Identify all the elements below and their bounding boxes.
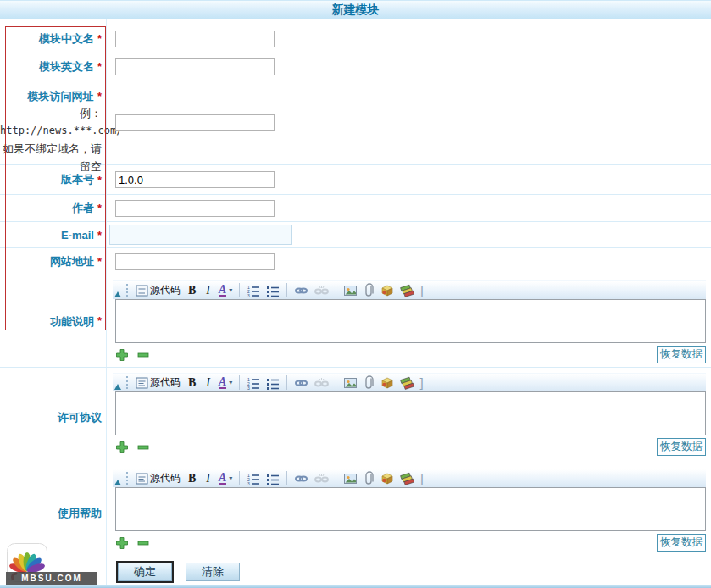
add-row-button[interactable]: [115, 441, 129, 454]
ok-button[interactable]: 确定: [118, 563, 172, 581]
function-desc-editor[interactable]: [115, 299, 706, 343]
unlink-icon: [314, 472, 329, 485]
field-label: 功能说明: [50, 314, 94, 330]
row-email: E-mail *: [0, 222, 711, 248]
numbered-list-icon: 123: [247, 284, 260, 297]
source-code-button[interactable]: 源代码: [134, 374, 182, 391]
numbered-list-button[interactable]: 123: [245, 471, 262, 486]
image-button[interactable]: [342, 375, 359, 391]
minus-icon: [136, 348, 150, 362]
italic-button[interactable]: I: [202, 376, 214, 390]
bullet-list-button[interactable]: [264, 375, 281, 391]
unlink-button[interactable]: [313, 283, 331, 298]
version-input[interactable]: [115, 171, 275, 188]
package-icon: [380, 472, 394, 485]
attachment-icon: [364, 283, 374, 297]
font-color-button[interactable]: A ▾: [217, 283, 234, 297]
row-module-url: 模块访问网址 * 例： http://news.***.com/ 如果不绑定域名…: [0, 80, 711, 165]
remove-row-button[interactable]: [136, 441, 150, 454]
attachment-icon: [364, 375, 374, 390]
link-button[interactable]: [292, 375, 310, 391]
media-icon: [400, 376, 414, 390]
numbered-list-icon: 123: [247, 472, 260, 485]
editor-collapse-icon[interactable]: [114, 384, 121, 390]
restore-data-button[interactable]: 恢复数据: [657, 534, 706, 552]
link-button[interactable]: [292, 283, 310, 298]
chevron-down-icon: ▾: [229, 379, 232, 386]
module-url-input[interactable]: [115, 114, 275, 131]
italic-button[interactable]: I: [202, 472, 214, 485]
text-cursor: [114, 228, 114, 241]
field-label: 网站地址: [50, 254, 94, 269]
toolbar-drag-handle-icon[interactable]: [126, 376, 128, 389]
editor-collapse-icon[interactable]: [114, 480, 121, 485]
add-row-button[interactable]: [115, 536, 129, 550]
bullet-list-button[interactable]: [264, 471, 281, 486]
toolbar-drag-handle-icon[interactable]: [126, 284, 128, 297]
required-marker: *: [97, 202, 102, 214]
clear-button[interactable]: 清除: [186, 563, 240, 581]
svg-text:3: 3: [247, 481, 250, 485]
bullet-list-icon: [266, 472, 280, 485]
image-button[interactable]: [342, 283, 359, 298]
italic-button[interactable]: I: [202, 284, 214, 297]
attachment-button[interactable]: [362, 282, 375, 298]
svg-text:3: 3: [247, 293, 250, 297]
bold-button[interactable]: B: [185, 376, 199, 390]
media-button[interactable]: [398, 471, 416, 486]
license-editor[interactable]: [115, 391, 706, 435]
unlink-button[interactable]: [313, 375, 331, 391]
font-color-button[interactable]: A ▾: [217, 471, 234, 485]
url-example-prefix: 例：: [0, 104, 102, 122]
package-button[interactable]: [378, 375, 396, 391]
restore-data-button[interactable]: 恢复数据: [657, 346, 706, 363]
numbered-list-button[interactable]: 123: [245, 375, 262, 391]
media-icon: [400, 284, 414, 297]
module-en-name-input[interactable]: [115, 58, 275, 75]
source-code-button[interactable]: 源代码: [134, 470, 182, 486]
package-button[interactable]: [378, 471, 396, 486]
required-marker: *: [97, 60, 102, 73]
toolbar-drag-handle-icon[interactable]: [126, 472, 128, 485]
website-input[interactable]: [115, 253, 275, 270]
field-label: 使用帮助: [58, 506, 102, 521]
bullet-list-button[interactable]: [264, 283, 281, 298]
remove-row-button[interactable]: [136, 348, 150, 362]
required-marker: *: [97, 90, 102, 103]
mbsu-logo: MBSU.COM: [5, 543, 98, 587]
font-color-button[interactable]: A ▾: [217, 375, 234, 390]
editor-toolbar: 源代码 B I A ▾ 123: [113, 469, 706, 487]
remove-row-button[interactable]: [136, 536, 150, 550]
help-editor[interactable]: [115, 487, 706, 531]
new-module-page: 新建模块 模块中文名 * 模块英文名 * 模块访问网址 * 例： http://…: [0, 0, 711, 588]
attachment-button[interactable]: [362, 470, 375, 486]
media-button[interactable]: [398, 283, 416, 298]
media-button[interactable]: [398, 375, 416, 391]
row-version: 版本号 *: [0, 165, 711, 195]
unlink-button[interactable]: [313, 471, 331, 486]
module-cn-name-input[interactable]: [115, 31, 275, 47]
attachment-button[interactable]: [362, 374, 375, 391]
link-button[interactable]: [292, 471, 310, 486]
required-marker: *: [97, 174, 102, 186]
row-module-en-name: 模块英文名 *: [0, 53, 711, 80]
author-input[interactable]: [115, 200, 275, 217]
link-icon: [294, 376, 308, 390]
source-code-button[interactable]: 源代码: [134, 282, 182, 298]
required-marker: *: [97, 32, 102, 45]
minus-icon: [136, 536, 150, 550]
field-label: 作者: [72, 201, 94, 216]
media-icon: [400, 472, 414, 485]
restore-data-button[interactable]: 恢复数据: [657, 438, 706, 456]
editor-collapse-icon[interactable]: [114, 291, 121, 297]
bold-button[interactable]: B: [185, 472, 199, 485]
required-marker: *: [97, 255, 102, 268]
bold-button[interactable]: B: [185, 284, 199, 297]
package-button[interactable]: [378, 283, 396, 298]
email-input[interactable]: [109, 225, 292, 245]
add-row-button[interactable]: [115, 348, 129, 362]
source-code-icon: [136, 285, 148, 297]
link-icon: [294, 284, 308, 297]
numbered-list-button[interactable]: 123: [245, 283, 262, 298]
image-button[interactable]: [342, 471, 359, 486]
